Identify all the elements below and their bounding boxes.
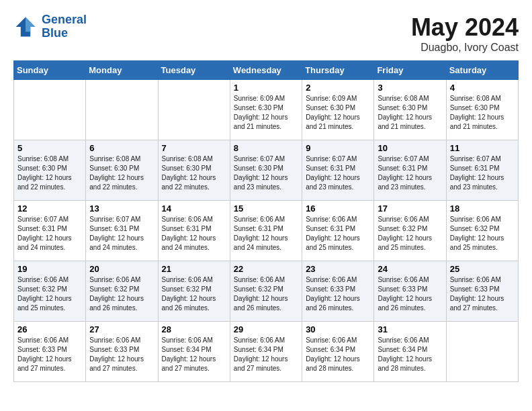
day-number: 13 — [89, 203, 154, 214]
calendar-cell: 23Sunrise: 6:06 AM Sunset: 6:33 PM Dayli… — [302, 261, 374, 322]
day-info: Sunrise: 6:06 AM Sunset: 6:32 PM Dayligh… — [17, 275, 82, 313]
day-info: Sunrise: 6:06 AM Sunset: 6:33 PM Dayligh… — [450, 275, 515, 313]
day-number: 1 — [234, 83, 298, 93]
calendar-cell: 7Sunrise: 6:08 AM Sunset: 6:30 PM Daylig… — [158, 140, 230, 201]
day-info: Sunrise: 6:07 AM Sunset: 6:30 PM Dayligh… — [234, 154, 298, 192]
calendar-week-row: 1Sunrise: 6:09 AM Sunset: 6:30 PM Daylig… — [14, 80, 519, 140]
calendar-cell: 10Sunrise: 6:07 AM Sunset: 6:31 PM Dayli… — [374, 140, 446, 201]
svg-marker-1 — [26, 17, 35, 32]
calendar-table: SundayMondayTuesdayWednesdayThursdayFrid… — [13, 60, 519, 382]
calendar-cell — [14, 80, 86, 140]
day-info: Sunrise: 6:09 AM Sunset: 6:30 PM Dayligh… — [306, 94, 370, 132]
day-info: Sunrise: 6:06 AM Sunset: 6:34 PM Dayligh… — [306, 336, 370, 373]
day-number: 14 — [162, 203, 226, 214]
calendar-cell: 5Sunrise: 6:08 AM Sunset: 6:30 PM Daylig… — [14, 140, 86, 201]
day-of-week-header: Wednesday — [230, 61, 302, 80]
day-number: 12 — [17, 203, 82, 214]
day-info: Sunrise: 6:08 AM Sunset: 6:30 PM Dayligh… — [89, 154, 154, 192]
calendar-cell: 2Sunrise: 6:09 AM Sunset: 6:30 PM Daylig… — [302, 80, 374, 140]
calendar-week-row: 26Sunrise: 6:06 AM Sunset: 6:33 PM Dayli… — [14, 322, 519, 382]
calendar-week-row: 5Sunrise: 6:08 AM Sunset: 6:30 PM Daylig… — [14, 140, 519, 201]
location: Duagbo, Ivory Coast — [411, 42, 519, 54]
day-number: 18 — [450, 203, 515, 214]
day-of-week-header: Monday — [86, 61, 158, 80]
day-info: Sunrise: 6:06 AM Sunset: 6:31 PM Dayligh… — [234, 215, 298, 253]
logo-icon — [13, 15, 38, 39]
calendar-cell: 31Sunrise: 6:06 AM Sunset: 6:34 PM Dayli… — [374, 322, 446, 382]
calendar-cell: 4Sunrise: 6:08 AM Sunset: 6:30 PM Daylig… — [446, 80, 518, 140]
day-info: Sunrise: 6:07 AM Sunset: 6:31 PM Dayligh… — [306, 154, 370, 192]
day-info: Sunrise: 6:06 AM Sunset: 6:31 PM Dayligh… — [306, 215, 370, 253]
calendar-cell: 15Sunrise: 6:06 AM Sunset: 6:31 PM Dayli… — [230, 201, 302, 261]
day-info: Sunrise: 6:06 AM Sunset: 6:33 PM Dayligh… — [17, 336, 82, 373]
month-year: May 2024 — [411, 13, 519, 42]
day-number: 10 — [378, 143, 442, 153]
day-info: Sunrise: 6:06 AM Sunset: 6:32 PM Dayligh… — [89, 275, 154, 313]
page-header: General Blue May 2024 Duagbo, Ivory Coas… — [13, 13, 519, 54]
day-number: 24 — [378, 264, 442, 274]
calendar-cell: 22Sunrise: 6:06 AM Sunset: 6:32 PM Dayli… — [230, 261, 302, 322]
day-number: 29 — [234, 324, 298, 334]
calendar-cell: 25Sunrise: 6:06 AM Sunset: 6:33 PM Dayli… — [446, 261, 518, 322]
day-number: 11 — [450, 143, 515, 153]
day-number: 19 — [17, 264, 82, 274]
calendar-cell: 27Sunrise: 6:06 AM Sunset: 6:33 PM Dayli… — [86, 322, 158, 382]
day-number: 31 — [378, 324, 442, 334]
day-number: 27 — [89, 324, 154, 334]
day-number: 28 — [162, 324, 226, 334]
day-of-week-header: Tuesday — [158, 61, 230, 80]
day-number: 2 — [306, 83, 370, 93]
day-number: 8 — [234, 143, 298, 153]
calendar-cell: 12Sunrise: 6:07 AM Sunset: 6:31 PM Dayli… — [14, 201, 86, 261]
day-number: 17 — [378, 203, 442, 214]
title-block: May 2024 Duagbo, Ivory Coast — [411, 13, 519, 54]
day-of-week-header: Sunday — [14, 61, 86, 80]
day-info: Sunrise: 6:06 AM Sunset: 6:31 PM Dayligh… — [162, 215, 226, 253]
calendar-week-row: 12Sunrise: 6:07 AM Sunset: 6:31 PM Dayli… — [14, 201, 519, 261]
calendar-week-row: 19Sunrise: 6:06 AM Sunset: 6:32 PM Dayli… — [14, 261, 519, 322]
calendar-cell: 14Sunrise: 6:06 AM Sunset: 6:31 PM Dayli… — [158, 201, 230, 261]
calendar-cell: 9Sunrise: 6:07 AM Sunset: 6:31 PM Daylig… — [302, 140, 374, 201]
day-info: Sunrise: 6:06 AM Sunset: 6:33 PM Dayligh… — [378, 275, 442, 313]
day-info: Sunrise: 6:08 AM Sunset: 6:30 PM Dayligh… — [17, 154, 82, 192]
day-info: Sunrise: 6:07 AM Sunset: 6:31 PM Dayligh… — [378, 154, 442, 192]
day-number: 20 — [89, 264, 154, 274]
day-of-week-header: Saturday — [446, 61, 518, 80]
day-info: Sunrise: 6:06 AM Sunset: 6:32 PM Dayligh… — [162, 275, 226, 313]
calendar-cell: 13Sunrise: 6:07 AM Sunset: 6:31 PM Dayli… — [86, 201, 158, 261]
calendar-cell: 3Sunrise: 6:08 AM Sunset: 6:30 PM Daylig… — [374, 80, 446, 140]
calendar-cell: 8Sunrise: 6:07 AM Sunset: 6:30 PM Daylig… — [230, 140, 302, 201]
calendar-cell — [446, 322, 518, 382]
calendar-cell: 1Sunrise: 6:09 AM Sunset: 6:30 PM Daylig… — [230, 80, 302, 140]
day-info: Sunrise: 6:08 AM Sunset: 6:30 PM Dayligh… — [378, 94, 442, 132]
day-info: Sunrise: 6:06 AM Sunset: 6:34 PM Dayligh… — [234, 336, 298, 373]
day-of-week-header: Friday — [374, 61, 446, 80]
day-info: Sunrise: 6:06 AM Sunset: 6:34 PM Dayligh… — [162, 336, 226, 373]
calendar-cell: 28Sunrise: 6:06 AM Sunset: 6:34 PM Dayli… — [158, 322, 230, 382]
day-number: 4 — [450, 83, 515, 93]
calendar-cell: 19Sunrise: 6:06 AM Sunset: 6:32 PM Dayli… — [14, 261, 86, 322]
calendar-cell — [86, 80, 158, 140]
day-number: 25 — [450, 264, 515, 274]
calendar-cell: 30Sunrise: 6:06 AM Sunset: 6:34 PM Dayli… — [302, 322, 374, 382]
logo-text: General Blue — [42, 13, 87, 40]
day-info: Sunrise: 6:06 AM Sunset: 6:33 PM Dayligh… — [306, 275, 370, 313]
calendar-cell: 17Sunrise: 6:06 AM Sunset: 6:32 PM Dayli… — [374, 201, 446, 261]
day-info: Sunrise: 6:07 AM Sunset: 6:31 PM Dayligh… — [17, 215, 82, 253]
calendar-cell: 29Sunrise: 6:06 AM Sunset: 6:34 PM Dayli… — [230, 322, 302, 382]
calendar-cell: 24Sunrise: 6:06 AM Sunset: 6:33 PM Dayli… — [374, 261, 446, 322]
day-info: Sunrise: 6:06 AM Sunset: 6:32 PM Dayligh… — [450, 215, 515, 253]
day-info: Sunrise: 6:09 AM Sunset: 6:30 PM Dayligh… — [234, 94, 298, 132]
day-number: 21 — [162, 264, 226, 274]
day-number: 16 — [306, 203, 370, 214]
day-number: 5 — [17, 143, 82, 153]
day-info: Sunrise: 6:08 AM Sunset: 6:30 PM Dayligh… — [450, 94, 515, 132]
day-number: 22 — [234, 264, 298, 274]
calendar-cell: 21Sunrise: 6:06 AM Sunset: 6:32 PM Dayli… — [158, 261, 230, 322]
day-of-week-header: Thursday — [302, 61, 374, 80]
calendar-cell: 20Sunrise: 6:06 AM Sunset: 6:32 PM Dayli… — [86, 261, 158, 322]
day-number: 15 — [234, 203, 298, 214]
day-number: 3 — [378, 83, 442, 93]
day-info: Sunrise: 6:07 AM Sunset: 6:31 PM Dayligh… — [450, 154, 515, 192]
calendar-cell: 26Sunrise: 6:06 AM Sunset: 6:33 PM Dayli… — [14, 322, 86, 382]
